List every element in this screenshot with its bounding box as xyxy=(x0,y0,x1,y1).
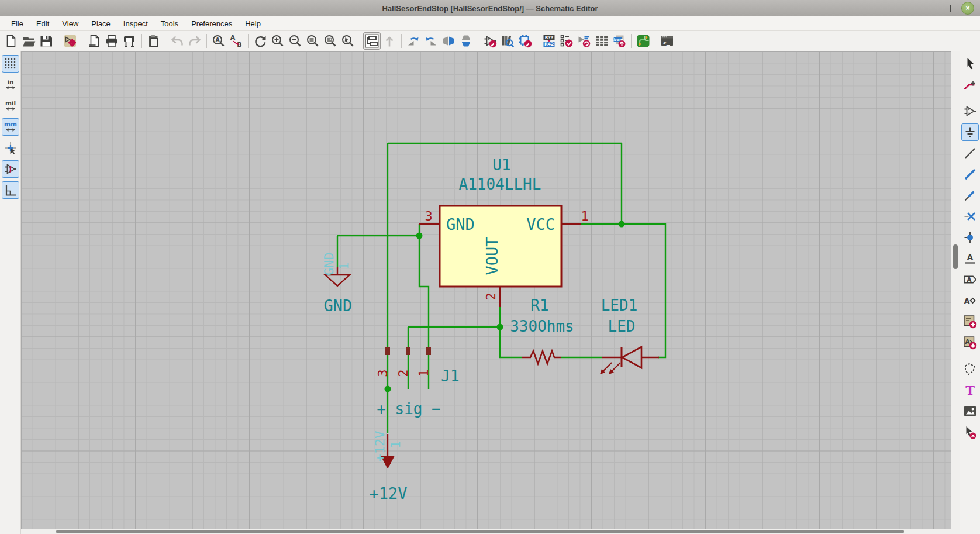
highlight-net-button[interactable] xyxy=(961,76,979,94)
mirror-vertical-button[interactable] xyxy=(457,32,475,50)
junction-dot[interactable] xyxy=(416,233,423,239)
draw-wire-button[interactable] xyxy=(961,144,979,162)
import-sheet-pin-button[interactable]: A xyxy=(961,334,979,352)
gnd-label[interactable]: GND xyxy=(324,297,353,315)
r1-reference[interactable]: R1 xyxy=(530,297,548,314)
r1-value[interactable]: 330Ohms xyxy=(510,318,574,335)
schematic-setup-button[interactable] xyxy=(61,32,79,50)
hv-line-mode-button[interactable] xyxy=(2,181,19,199)
zoom-out-button[interactable] xyxy=(287,32,304,50)
leave-sheet-button[interactable] xyxy=(381,32,398,50)
bus-entry-button[interactable] xyxy=(961,187,979,204)
open-file-button[interactable] xyxy=(20,32,37,50)
rotate-ccw-button[interactable] xyxy=(405,32,422,50)
page-settings-button[interactable] xyxy=(85,32,103,50)
library-browser-button[interactable] xyxy=(499,32,516,50)
menu-item-inspect[interactable]: Inspect xyxy=(117,16,154,31)
draw-polygon-button[interactable] xyxy=(961,360,979,378)
r1-symbol[interactable]: R1 330Ohms xyxy=(510,297,574,364)
hierarchical-sheet-button[interactable] xyxy=(961,313,979,330)
menu-item-file[interactable]: File xyxy=(5,16,30,31)
p12v-power-symbol[interactable]: +12V 1 +12V xyxy=(369,431,407,502)
place-power-button[interactable] xyxy=(961,123,979,141)
close-button[interactable]: × xyxy=(961,2,974,15)
save-button[interactable] xyxy=(37,32,55,50)
plot-button[interactable] xyxy=(120,32,138,50)
menu-item-help[interactable]: Help xyxy=(239,16,267,31)
place-text-button[interactable]: T xyxy=(961,381,979,399)
mirror-horizontal-icon xyxy=(441,34,456,48)
no-connect-icon xyxy=(963,209,977,223)
export-bom-button[interactable]: .bom xyxy=(610,32,628,50)
menu-item-place[interactable]: Place xyxy=(85,16,117,31)
pcb-editor-button[interactable] xyxy=(634,32,652,50)
units-mils-button[interactable]: mil xyxy=(2,97,19,115)
units-mm-button[interactable]: mm xyxy=(2,118,19,136)
led1-value[interactable]: LED xyxy=(608,318,636,335)
svg-text:A: A xyxy=(215,37,220,43)
u1-reference[interactable]: U1 xyxy=(492,156,510,174)
print-button[interactable] xyxy=(103,32,120,50)
undo-button[interactable] xyxy=(168,32,186,50)
symbol-properties-button[interactable] xyxy=(481,32,499,50)
wire[interactable] xyxy=(581,224,665,357)
zoom-in-button[interactable] xyxy=(269,32,287,50)
p12v-hidden-pin-number: 1 xyxy=(388,440,403,448)
hierarchical-label-button[interactable]: A xyxy=(961,292,979,309)
wire[interactable] xyxy=(419,224,429,389)
vertical-scrollbar[interactable] xyxy=(951,51,960,534)
led1-reference[interactable]: LED1 xyxy=(601,297,638,314)
zoom-fit-button[interactable] xyxy=(304,32,322,50)
find-button[interactable]: A xyxy=(210,32,227,50)
j1-reference[interactable]: J1 xyxy=(441,367,459,385)
zoom-selection-button[interactable] xyxy=(339,32,357,50)
draw-bus-button[interactable] xyxy=(961,166,979,183)
u1-symbol[interactable]: U1 A1104LLHL GND VCC VOUT 3 1 2 xyxy=(419,156,589,307)
delete-tool-button[interactable] xyxy=(961,423,979,441)
update-pcb-button[interactable] xyxy=(575,32,593,50)
junction-dot[interactable] xyxy=(497,324,503,330)
annotate-button[interactable]: R??R42 xyxy=(540,32,558,50)
footprint-editor-button[interactable] xyxy=(516,32,534,50)
erc-button[interactable] xyxy=(558,32,575,50)
junction-dot[interactable] xyxy=(619,221,625,228)
junction-dot[interactable] xyxy=(385,386,391,392)
vertical-scrollbar-thumb[interactable] xyxy=(953,244,958,269)
no-connect-button[interactable] xyxy=(961,208,979,225)
j1-note-text[interactable]: + sig − xyxy=(377,400,441,418)
refresh-button[interactable] xyxy=(251,32,269,50)
fields-table-button[interactable] xyxy=(593,32,610,50)
hierarchy-navigator-button[interactable] xyxy=(363,32,381,50)
draw-polygon-icon xyxy=(963,362,977,376)
cursor-shape-button[interactable] xyxy=(2,139,19,157)
menu-item-view[interactable]: View xyxy=(56,16,85,31)
p12v-label[interactable]: +12V xyxy=(369,484,407,502)
menu-item-preferences[interactable]: Preferences xyxy=(185,16,239,31)
grid-visibility-button[interactable] xyxy=(2,55,19,73)
horizontal-scrollbar-thumb[interactable] xyxy=(56,530,904,533)
led1-symbol[interactable]: LED1 LED xyxy=(600,297,659,374)
find-replace-button[interactable]: AB xyxy=(227,32,245,50)
redo-button[interactable] xyxy=(186,32,203,50)
net-label-button[interactable]: A xyxy=(961,250,979,267)
u1-value[interactable]: A1104LLHL xyxy=(459,175,541,193)
new-file-button[interactable] xyxy=(2,32,20,50)
junction-button[interactable] xyxy=(961,229,979,246)
place-image-button[interactable] xyxy=(961,402,979,420)
units-inches-button[interactable]: in xyxy=(2,76,19,94)
menu-item-edit[interactable]: Edit xyxy=(30,16,56,31)
global-label-button[interactable]: A xyxy=(961,271,979,288)
show-hidden-pins-button[interactable] xyxy=(2,160,19,178)
place-symbol-button[interactable] xyxy=(961,102,979,120)
minimize-button[interactable]: – xyxy=(922,2,933,14)
selection-tool-button[interactable] xyxy=(961,55,979,73)
rotate-cw-button[interactable] xyxy=(422,32,440,50)
schematic-canvas[interactable]: U1 A1104LLHL GND VCC VOUT 3 1 2 GND 1 GN… xyxy=(21,51,951,529)
zoom-objects-button[interactable] xyxy=(322,32,339,50)
mirror-horizontal-button[interactable] xyxy=(440,32,457,50)
scripting-console-button[interactable]: >_ xyxy=(658,32,676,50)
maximize-button[interactable] xyxy=(941,2,953,14)
menu-item-tools[interactable]: Tools xyxy=(154,16,185,31)
horizontal-scrollbar[interactable] xyxy=(21,529,951,534)
paste-button[interactable] xyxy=(144,32,162,50)
